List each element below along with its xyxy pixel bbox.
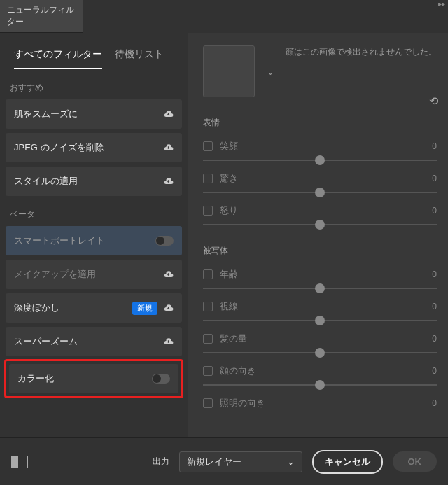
collapse-icon[interactable]: ▸▸ (438, 0, 445, 8)
highlighted-filter: カラー化 (4, 359, 183, 398)
filter-makeup[interactable]: メイクアップを適用 (6, 260, 182, 289)
filter-label: スマートポートレイト (14, 234, 105, 247)
cloud-download-icon[interactable] (163, 337, 174, 347)
filter-label: カラー化 (18, 372, 54, 385)
cloud-download-icon[interactable] (163, 303, 174, 314)
filter-super-zoom[interactable]: スーパーズーム (6, 327, 182, 356)
footer-bar: 出力 新規レイヤー ⌄ キャンセル OK (0, 437, 448, 485)
slider-label: 年齢 (220, 268, 238, 281)
checkbox[interactable] (203, 398, 213, 408)
filter-label: 肌をスムーズに (14, 108, 78, 120)
filter-label: スーパーズーム (14, 335, 78, 348)
slider-knob[interactable] (315, 155, 325, 165)
slider-label: 驚き (220, 172, 238, 185)
slider-knob[interactable] (315, 348, 325, 358)
slider-label: 視線 (220, 300, 238, 313)
slider-value: 0 (432, 269, 437, 279)
cloud-download-icon[interactable] (163, 269, 174, 280)
group-expression: 表情 (203, 117, 437, 129)
slider-anger[interactable]: 怒り 0 (203, 204, 437, 225)
filter-label: 深度ぼかし (14, 302, 59, 314)
output-select[interactable]: 新規レイヤー ⌄ (179, 451, 302, 472)
checkbox[interactable] (203, 302, 213, 311)
slider-value: 0 (432, 334, 437, 344)
output-label: 出力 (153, 456, 169, 468)
slider-value: 0 (432, 206, 437, 216)
layer-preview-icon[interactable] (11, 456, 28, 468)
slider-label: 髪の量 (220, 332, 247, 345)
chevron-down-icon: ⌄ (287, 456, 295, 467)
filter-label: メイクアップを適用 (14, 268, 96, 281)
slider-smile[interactable]: 笑顔 0 (203, 140, 437, 161)
section-beta: ベータ (0, 196, 188, 226)
reset-icon[interactable]: ⟲ (429, 94, 438, 108)
slider-hair[interactable]: 髪の量 0 (203, 332, 437, 353)
filter-jpeg-noise[interactable]: JPEG のノイズを削除 (6, 133, 182, 162)
cancel-button[interactable]: キャンセル (312, 450, 383, 474)
checkbox[interactable] (203, 269, 213, 279)
select-value: 新規レイヤー (187, 456, 241, 468)
slider-knob[interactable] (315, 316, 325, 325)
checkbox[interactable] (203, 141, 213, 151)
preview-thumbnail[interactable] (203, 45, 255, 97)
slider-knob[interactable] (315, 380, 325, 390)
panel-title: ニューラルフィルター (0, 0, 83, 33)
slider-value: 0 (432, 366, 437, 376)
checkbox[interactable] (203, 334, 213, 344)
filter-sidebar: すべてのフィルター 待機リスト おすすめ 肌をスムーズに JPEG のノイズを削… (0, 33, 188, 454)
filter-depth-blur[interactable]: 深度ぼかし 新規 (6, 293, 182, 323)
filter-label: スタイルの適用 (14, 175, 78, 188)
slider-value: 0 (432, 174, 437, 183)
filter-smart-portrait[interactable]: スマートポートレイト (6, 226, 182, 255)
cloud-download-icon[interactable] (163, 176, 174, 187)
toggle-switch[interactable] (152, 374, 170, 384)
chevron-down-icon[interactable]: ⌄ (263, 45, 277, 97)
slider-label: 怒り (220, 204, 238, 217)
slider-label: 笑顔 (220, 140, 238, 153)
slider-knob[interactable] (315, 283, 325, 293)
slider-label: 顔の向き (220, 365, 256, 377)
tab-wait-list[interactable]: 待機リスト (115, 48, 164, 69)
slider-value: 0 (432, 398, 437, 408)
slider-age[interactable]: 年齢 0 (203, 268, 437, 289)
tab-all-filters[interactable]: すべてのフィルター (14, 48, 102, 69)
group-subject: 被写体 (203, 245, 437, 257)
filter-style-apply[interactable]: スタイルの適用 (6, 167, 182, 196)
section-featured: おすすめ (0, 69, 188, 99)
checkbox[interactable] (203, 366, 213, 376)
slider-value: 0 (432, 302, 437, 311)
slider-face-dir[interactable]: 顔の向き 0 (203, 365, 437, 386)
slider-knob[interactable] (315, 188, 325, 197)
filter-label: JPEG のノイズを削除 (14, 141, 104, 154)
cloud-download-icon[interactable] (163, 109, 174, 120)
slider-value: 0 (432, 141, 437, 151)
slider-surprise[interactable]: 驚き 0 (203, 172, 437, 193)
filter-skin-smooth[interactable]: 肌をスムーズに (6, 99, 182, 129)
slider-light-dir[interactable]: 照明の向き 0 (203, 397, 437, 409)
toggle-switch[interactable] (155, 236, 174, 246)
face-detect-message: 顔はこの画像で検出されませんでした。 (286, 45, 437, 58)
new-badge: 新規 (132, 302, 158, 315)
settings-panel: ⌄ 顔はこの画像で検出されませんでした。 ⟲ 表情 笑顔 0 驚き 0 怒り 0 (188, 33, 448, 454)
slider-label: 照明の向き (220, 397, 265, 409)
slider-knob[interactable] (315, 220, 325, 230)
checkbox[interactable] (203, 206, 213, 216)
cloud-download-icon[interactable] (163, 143, 174, 153)
checkbox[interactable] (203, 174, 213, 183)
slider-gaze[interactable]: 視線 0 (203, 300, 437, 321)
ok-button[interactable]: OK (393, 451, 438, 472)
filter-colorize[interactable]: カラー化 (9, 364, 178, 393)
